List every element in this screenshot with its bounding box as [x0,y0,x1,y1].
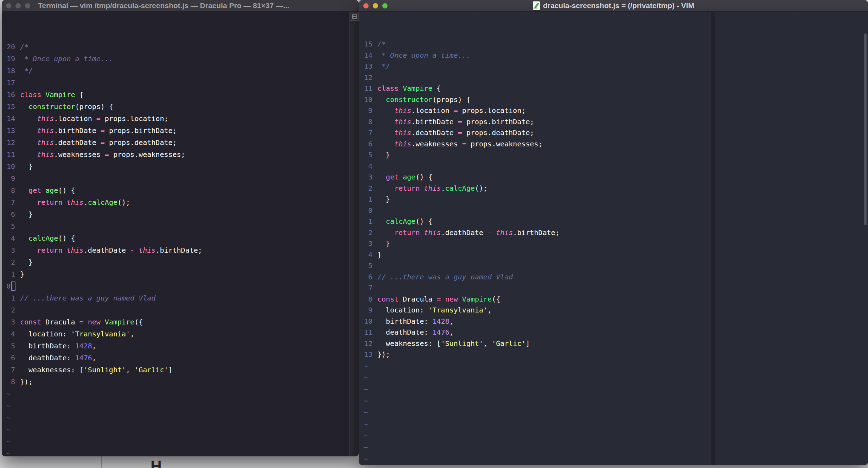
code-line[interactable]: 5 birthDate: 1428, [6,340,348,352]
code-line[interactable]: 15/* [364,39,854,50]
code-line[interactable]: 1 calcAge() { [364,216,854,227]
code-line[interactable]: 9 [6,172,348,184]
token [377,106,394,115]
token: * Once upon a time... [20,55,113,63]
code-line[interactable]: 7 [364,283,854,294]
vim-editor-area[interactable]: 15/*14 * Once upon a time...13 */1211cla… [364,17,854,465]
code-line[interactable]: 20/* [6,41,348,53]
empty-line-tilde: ~ [364,384,854,395]
minimize-button[interactable] [15,3,21,8]
code-line[interactable]: 8 get age() { [6,184,348,196]
code-line[interactable]: 1} [6,268,348,280]
code-line[interactable]: 12 this.deathDate = props.deathDate; [6,137,348,148]
terminal-scrollbar[interactable] [349,12,359,456]
code-line[interactable]: 14 * Once upon a time... [364,50,854,61]
code-line[interactable]: 3 return this.deathDate - this.birthDate… [6,244,348,256]
code-line[interactable]: 2 [6,304,348,316]
terminal-window[interactable]: Terminal — vim /tmp/dracula-screenshot.j… [2,0,359,456]
token: } [20,210,33,219]
code-line[interactable]: 10 } [6,160,348,172]
token: this [394,140,411,148]
code-line[interactable]: 4 [364,161,854,172]
desktop-background: { "code": { "language": "javascript", "t… [0,0,868,468]
code-line[interactable]: 13 */ [364,61,854,72]
code-line[interactable]: 0 [6,280,348,292]
code-line[interactable]: 5 } [364,150,854,161]
token: } [20,162,33,171]
code-line[interactable]: 11 deathDate: 1476, [364,327,854,338]
code-line[interactable]: 2 } [6,256,348,268]
code-line[interactable]: 19 * Once upon a time... [6,53,348,65]
code-line[interactable]: 3 } [364,238,854,249]
line-number: 6 [364,139,372,150]
code-line[interactable]: 4 location: 'Transylvania', [6,328,348,340]
code-line[interactable]: 5 [364,260,854,272]
code-line[interactable]: 6// ...there was a guy named Vlad [364,272,854,283]
line-number: 13 [364,349,372,360]
token [20,186,28,195]
code-line[interactable]: 10 birthDate: 1428, [364,316,854,327]
code-line[interactable]: 12 weaknesses: ['Sunlight', 'Garlic'] [364,338,854,349]
token: () { [58,234,75,242]
line-number: 5 [6,220,15,232]
zoom-button[interactable] [25,3,30,8]
close-button[interactable] [363,3,369,8]
vim-editor-area[interactable]: 20/*19 * Once upon a time...18 */1716cla… [6,17,348,456]
minimize-button[interactable] [373,3,378,8]
code-line[interactable]: 9 this.location = props.location; [364,105,854,116]
code-line[interactable]: 0 [364,205,854,216]
code-lines[interactable]: 20/*19 * Once upon a time...18 */1716cla… [6,41,348,456]
code-line[interactable]: 3 get age() { [364,172,854,183]
code-line[interactable]: 6 } [6,208,348,220]
line-number: 4 [6,328,15,340]
code-line[interactable]: 6 deathDate: 1476, [6,352,348,364]
code-line[interactable]: 3const Dracula = new Vampire({ [6,316,348,328]
code-line[interactable]: 8 this.birthDate = props.birthDate; [364,116,854,128]
code-line[interactable]: 4 calcAge() { [6,232,348,244]
code-line[interactable]: 1// ...there was a guy named Vlad [6,292,348,304]
code-line[interactable]: 2 return this.calcAge(); [364,183,854,194]
token: 1428 [75,342,92,350]
code-line[interactable]: 8const Dracula = new Vampire({ [364,294,854,305]
token: 1428 [433,317,449,325]
code-line[interactable]: 6 this.weaknesses = props.weaknesses; [364,139,854,150]
code-line[interactable]: 11class Vampire { [364,83,854,94]
macvim-scrollbar-thumb[interactable] [864,33,867,225]
code-line[interactable]: 8}); [6,376,348,388]
token: */ [20,67,33,75]
line-number: 14 [364,50,372,61]
code-line[interactable]: 13}); [364,349,854,360]
token: .birthDate; [513,228,559,237]
code-line[interactable]: 10 constructor(props) { [364,94,854,106]
code-line[interactable]: 7 return this.calcAge(); [6,196,348,208]
code-line[interactable]: 7 weaknesses: ['Sunlight', 'Garlic'] [6,364,348,376]
code-line[interactable]: 18 */ [6,65,348,77]
code-line[interactable]: 7 this.deathDate = props.deathDate; [364,127,854,139]
terminal-titlebar[interactable]: Terminal — vim /tmp/dracula-screenshot.j… [2,0,359,12]
code-line[interactable]: 14 this.location = props.location; [6,113,348,125]
zoom-button[interactable] [382,3,388,8]
macvim-titlebar[interactable]: JS dracula-screenshot.js = (/private/tmp… [359,0,868,12]
code-line[interactable]: 9 location: 'Transylvania', [364,305,854,316]
line-number: 9 [364,305,372,316]
token [20,246,37,254]
split-pane-button[interactable] [350,12,359,21]
token [20,114,37,123]
empty-line-tilde: ~ [6,424,348,436]
code-lines[interactable]: 15/*14 * Once upon a time...13 */1211cla… [364,39,854,465]
close-button[interactable] [6,3,11,8]
document-proxy-icon[interactable]: JS [533,1,540,10]
macvim-window[interactable]: JS dracula-screenshot.js = (/private/tmp… [359,0,868,465]
token [20,150,37,159]
code-line[interactable]: 17 [6,77,348,89]
code-line[interactable]: 2 return this.deathDate - this.birthDate… [364,227,854,239]
code-line[interactable]: 4} [364,249,854,261]
code-line[interactable]: 1 } [364,194,854,205]
code-line[interactable]: 5 [6,220,348,232]
code-line[interactable]: 12 [364,72,854,83]
code-line[interactable]: 11 this.weaknesses = props.weaknesses; [6,148,348,160]
token: Vampire [462,295,492,303]
code-line[interactable]: 15 constructor(props) { [6,101,348,113]
code-line[interactable]: 16class Vampire { [6,89,348,101]
code-line[interactable]: 13 this.birthDate = props.birthDate; [6,125,348,137]
